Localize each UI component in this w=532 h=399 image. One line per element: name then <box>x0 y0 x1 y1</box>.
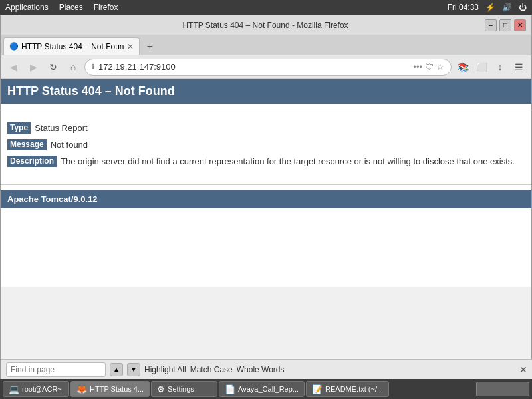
reload-button[interactable]: ↻ <box>45 59 62 76</box>
home-button[interactable]: ⌂ <box>65 59 82 76</box>
find-bar: ▲ ▼ Highlight All Match Case Whole Words… <box>1 359 532 379</box>
terminal-icon: 💻 <box>9 384 19 394</box>
taskbar-item-readme[interactable]: 📝 README.txt (~/... <box>306 381 389 397</box>
page-content: HTTP Status 404 – Not Found Type Status … <box>1 79 531 287</box>
url-protocol-icon: ℹ <box>92 63 94 71</box>
settings-icon: ⚙ <box>157 384 165 394</box>
find-next-button[interactable]: ▼ <box>127 363 140 376</box>
taskbar-avaya-label: Avaya_Call_Rep... <box>238 385 299 393</box>
browser-title: HTTP Status 404 – Not Found - Mozilla Fi… <box>46 21 485 30</box>
field-description: Description The origin server did not fi… <box>7 156 525 167</box>
network-icon: ⚡ <box>485 3 495 12</box>
taskbar: 💻 root@ACR~ 🦊 HTTP Status 4... ⚙ Setting… <box>0 379 532 399</box>
divider-bottom <box>1 184 531 185</box>
places-menu[interactable]: Places <box>59 3 83 12</box>
system-bar-right: Fri 04:33 ⚡ 🔊 ⏻ <box>448 3 527 12</box>
clock: Fri 04:33 <box>448 3 479 12</box>
maximize-button[interactable]: □ <box>499 19 511 31</box>
navigation-bar: ◀ ▶ ↻ ⌂ ℹ 172.19.21.147:9100 ••• 🛡 ☆ 📚 ⬜… <box>1 55 531 79</box>
taskbar-item-settings[interactable]: ⚙ Settings <box>151 381 217 397</box>
find-close-button[interactable]: ✕ <box>519 364 527 375</box>
active-tab[interactable]: 🔵 HTTP Status 404 – Not Foun ✕ <box>3 37 140 55</box>
url-text: 172.19.21.147:9100 <box>98 62 409 72</box>
taskbar-firefox-label: HTTP Status 4... <box>90 385 144 393</box>
type-label: Type <box>7 122 31 134</box>
volume-icon: 🔊 <box>502 3 512 12</box>
taskbar-settings-label: Settings <box>168 385 194 393</box>
sync-button[interactable]: ↕ <box>491 59 509 76</box>
type-value: Status Report <box>31 122 92 134</box>
nav-right-buttons: 📚 ⬜ ↕ ☰ <box>454 59 527 76</box>
taskbar-readme-label: README.txt (~/... <box>325 385 383 393</box>
url-more-icon[interactable]: ••• <box>413 62 422 72</box>
readme-icon: 📝 <box>312 384 323 394</box>
taskbar-item-firefox[interactable]: 🦊 HTTP Status 4... <box>70 381 150 397</box>
taskbar-item-terminal[interactable]: 💻 root@ACR~ <box>3 381 69 397</box>
apache-footer: Apache Tomcat/9.0.12 <box>1 190 531 208</box>
field-message: Message Not found <box>7 139 525 150</box>
url-shield-icon[interactable]: 🛡 <box>425 62 434 72</box>
tab-close-button[interactable]: ✕ <box>127 42 134 51</box>
message-value: Not found <box>47 139 92 150</box>
avaya-icon: 📄 <box>225 384 235 394</box>
highlight-all-option[interactable]: Highlight All <box>144 365 186 374</box>
description-value: The origin server did not find a current… <box>57 156 519 167</box>
taskbar-item-avaya[interactable]: 📄 Avaya_Call_Rep... <box>219 381 305 397</box>
description-label: Description <box>7 156 57 167</box>
power-icon: ⏻ <box>519 3 527 12</box>
firefox-menu[interactable]: Firefox <box>94 3 118 12</box>
title-bar: HTTP Status 404 – Not Found - Mozilla Fi… <box>1 15 531 35</box>
tab-favicon: 🔵 <box>9 42 19 51</box>
page-body: Type Status Report Message Not found Des… <box>1 116 531 179</box>
menu-button[interactable]: ☰ <box>510 59 527 76</box>
browser-window: HTTP Status 404 – Not Found - Mozilla Fi… <box>0 15 532 399</box>
firefox-icon: 🦊 <box>76 384 87 394</box>
url-bookmark-icon[interactable]: ☆ <box>436 62 444 72</box>
forward-button[interactable]: ▶ <box>25 59 42 76</box>
taskbar-terminal-label: root@ACR~ <box>22 385 62 393</box>
tab-bar: 🔵 HTTP Status 404 – Not Foun ✕ + <box>1 35 531 55</box>
tab-label: HTTP Status 404 – Not Foun <box>21 42 124 51</box>
library-button[interactable]: 📚 <box>454 59 471 76</box>
url-bar[interactable]: ℹ 172.19.21.147:9100 ••• 🛡 ☆ <box>84 59 452 76</box>
taskbar-entry-field[interactable] <box>476 382 529 396</box>
minimize-button[interactable]: – <box>485 19 497 31</box>
message-label: Message <box>7 139 47 150</box>
sidebar-button[interactable]: ⬜ <box>473 59 490 76</box>
close-button[interactable]: ✕ <box>514 19 526 31</box>
match-case-option[interactable]: Match Case <box>190 365 233 374</box>
whole-words-option[interactable]: Whole Words <box>237 365 285 374</box>
new-tab-button[interactable]: + <box>142 39 158 55</box>
divider-top <box>1 110 531 110</box>
page-heading: HTTP Status 404 – Not Found <box>1 79 531 104</box>
find-prev-button[interactable]: ▲ <box>110 363 123 376</box>
window-controls: – □ ✕ <box>485 19 526 31</box>
system-bar-left: Applications Places Firefox <box>5 3 118 12</box>
field-type: Type Status Report <box>7 122 525 134</box>
system-bar: Applications Places Firefox Fri 04:33 ⚡ … <box>0 0 532 15</box>
url-bar-actions: ••• 🛡 ☆ <box>413 62 444 72</box>
find-input[interactable] <box>6 362 106 377</box>
applications-menu[interactable]: Applications <box>5 3 49 12</box>
back-button[interactable]: ◀ <box>5 59 22 76</box>
